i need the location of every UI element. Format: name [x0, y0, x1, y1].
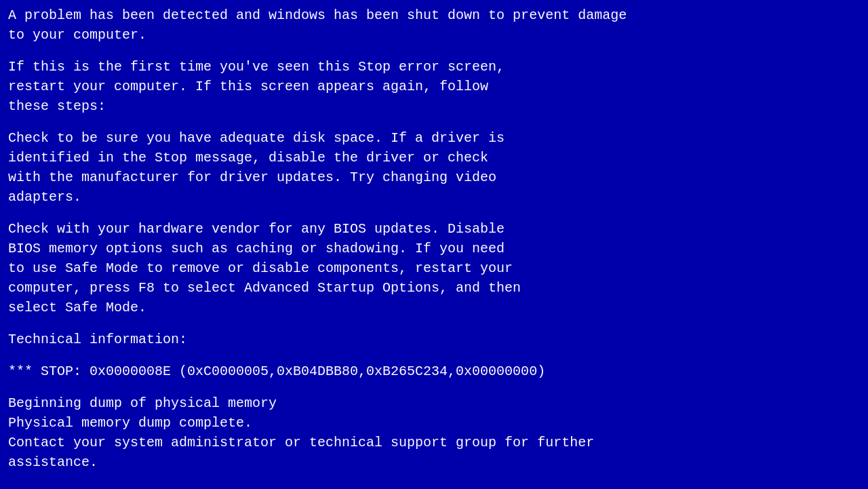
paragraph-3: Check to be sure you have adequate disk … [8, 128, 860, 207]
paragraph-4-text: Check with your hardware vendor for any … [8, 221, 521, 315]
technical-info-section: Technical information: [8, 330, 860, 349]
dump-line-1: Beginning dump of physical memory [8, 393, 860, 413]
bsod-screen: A problem has been detected and windows … [8, 5, 860, 484]
dump-line-2: Physical memory dump complete. [8, 413, 860, 433]
paragraph-4: Check with your hardware vendor for any … [8, 219, 860, 317]
paragraph-2: If this is the first time you've seen th… [8, 57, 860, 116]
stop-code-section: *** STOP: 0x0000008E (0xC0000005,0xB04DB… [8, 361, 860, 381]
paragraph-2-text: If this is the first time you've seen th… [8, 59, 505, 114]
paragraph-3-text: Check to be sure you have adequate disk … [8, 130, 505, 205]
paragraph-1-text: A problem has been detected and windows … [8, 7, 627, 43]
dump-line-3: Contact your system administrator or tec… [8, 433, 860, 472]
paragraph-1: A problem has been detected and windows … [8, 5, 860, 45]
technical-info-label: Technical information: [8, 330, 860, 349]
dump-info-section: Beginning dump of physical memory Physic… [8, 393, 860, 472]
stop-code-text: *** STOP: 0x0000008E (0xC0000005,0xB04DB… [8, 361, 860, 381]
